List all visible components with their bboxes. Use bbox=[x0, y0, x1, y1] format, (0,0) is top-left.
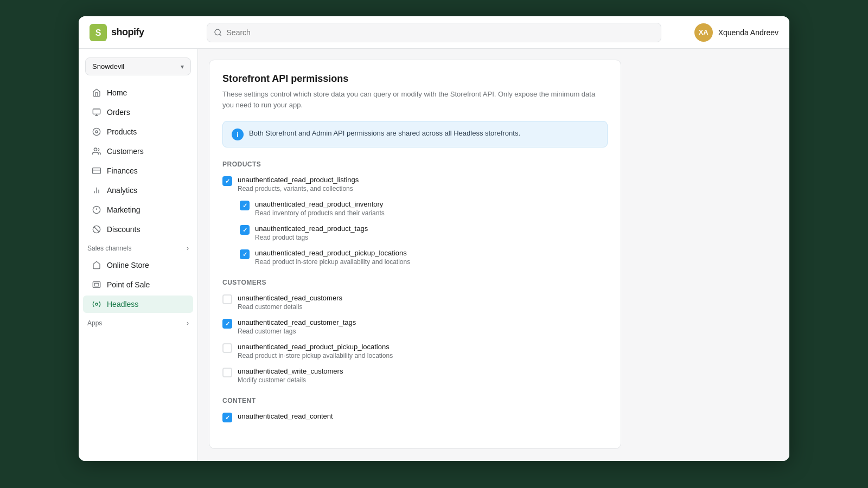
apps-label: Apps bbox=[87, 319, 102, 327]
svg-point-21 bbox=[95, 303, 98, 305]
avatar: XA bbox=[694, 23, 713, 42]
permission-label-read-product-pickup-locations: unauthenticated_read_product_pickup_loca… bbox=[255, 249, 410, 257]
permission-label-read-product-pickup-locations-customers: unauthenticated_read_product_pickup_loca… bbox=[238, 343, 393, 351]
checkbox-read-product-tags[interactable] bbox=[240, 225, 250, 235]
svg-rect-9 bbox=[93, 168, 101, 174]
sidebar-label-finances: Finances bbox=[107, 166, 138, 175]
shopify-logo-icon: S bbox=[90, 24, 107, 41]
sidebar-item-finances[interactable]: Finances bbox=[83, 162, 193, 179]
main-content: Storefront API permissions These setting… bbox=[198, 49, 789, 461]
sidebar-item-discounts[interactable]: Discounts bbox=[83, 221, 193, 238]
store-name: Snowdevil bbox=[92, 62, 124, 70]
sidebar-label-customers: Customers bbox=[107, 147, 144, 156]
analytics-icon bbox=[92, 185, 101, 195]
sidebar-item-customers[interactable]: Customers bbox=[83, 143, 193, 160]
permission-desc-read-customer-tags: Read customer tags bbox=[238, 328, 356, 335]
products-section: PRODUCTS unauthenticated_read_product_li… bbox=[222, 160, 608, 266]
apps-section: Apps › bbox=[79, 315, 197, 329]
sidebar-item-marketing[interactable]: Marketing bbox=[83, 201, 193, 219]
permission-label-read-product-tags: unauthenticated_read_product_tags bbox=[255, 224, 368, 233]
sidebar-item-analytics[interactable]: Analytics bbox=[83, 182, 193, 199]
svg-point-2 bbox=[215, 29, 220, 35]
content-card: Storefront API permissions These setting… bbox=[209, 60, 621, 449]
checkbox-read-product-pickup-locations[interactable] bbox=[240, 249, 250, 259]
permission-text-read-product-listings: unauthenticated_read_product_listings Re… bbox=[238, 176, 359, 192]
checkbox-read-customer-tags[interactable] bbox=[222, 319, 232, 329]
user-area: XA Xquenda Andreev bbox=[670, 23, 778, 42]
permission-text-read-product-pickup-locations: unauthenticated_read_product_pickup_loca… bbox=[255, 249, 410, 266]
products-section-header: PRODUCTS bbox=[222, 160, 608, 168]
page-title: Storefront API permissions bbox=[222, 73, 608, 85]
permission-desc-read-product-inventory: Read inventory of products and their var… bbox=[255, 209, 385, 217]
marketing-icon bbox=[92, 205, 101, 215]
discounts-icon bbox=[92, 224, 101, 234]
info-banner: i Both Storefront and Admin API permissi… bbox=[222, 121, 608, 147]
permission-desc-read-product-tags: Read product tags bbox=[255, 234, 368, 241]
svg-rect-20 bbox=[94, 283, 99, 286]
sidebar-item-headless[interactable]: Headless bbox=[83, 296, 193, 313]
svg-point-7 bbox=[95, 131, 98, 133]
permission-desc-read-product-pickup-locations: Read product in-store pickup availabilit… bbox=[255, 258, 410, 266]
logo-text: shopify bbox=[111, 27, 144, 38]
sidebar-item-online-store[interactable]: Online Store bbox=[83, 256, 193, 274]
sidebar: Snowdevil ▾ Home Orders Product bbox=[79, 49, 198, 461]
sidebar-item-orders[interactable]: Orders bbox=[83, 104, 193, 121]
permission-text-read-product-pickup-locations-customers: unauthenticated_read_product_pickup_loca… bbox=[238, 343, 393, 359]
svg-point-6 bbox=[93, 128, 100, 135]
customers-section-header: CUSTOMERS bbox=[222, 279, 608, 286]
apps-expand-icon[interactable]: › bbox=[187, 319, 189, 327]
checkbox-write-customers[interactable] bbox=[222, 368, 232, 377]
permission-label-read-content: unauthenticated_read_content bbox=[238, 412, 333, 420]
permission-desc-read-customers: Read customer details bbox=[238, 303, 342, 311]
orders-icon bbox=[92, 107, 101, 117]
sidebar-label-home: Home bbox=[107, 88, 127, 97]
permission-label-read-customer-tags: unauthenticated_read_customer_tags bbox=[238, 318, 356, 326]
products-icon bbox=[92, 127, 101, 137]
sales-channels-label: Sales channels bbox=[87, 245, 131, 252]
permission-read-customer-tags: unauthenticated_read_customer_tags Read … bbox=[222, 318, 608, 335]
info-icon: i bbox=[232, 129, 244, 140]
content-section: CONTENT unauthenticated_read_content bbox=[222, 397, 608, 422]
svg-text:S: S bbox=[95, 28, 101, 37]
checkbox-read-customers[interactable] bbox=[222, 294, 232, 304]
svg-rect-19 bbox=[93, 282, 100, 288]
finances-icon bbox=[92, 166, 101, 176]
search-input[interactable] bbox=[227, 28, 654, 37]
permission-desc-read-product-pickup-locations-customers: Read product in-store pickup availabilit… bbox=[238, 352, 393, 359]
info-banner-text: Both Storefront and Admin API permission… bbox=[249, 128, 520, 139]
customers-icon bbox=[92, 146, 101, 156]
logo-area: S shopify bbox=[90, 24, 198, 41]
chevron-down-icon: ▾ bbox=[181, 63, 184, 70]
permission-read-product-tags: unauthenticated_read_product_tags Read p… bbox=[240, 224, 608, 241]
expand-icon[interactable]: › bbox=[187, 245, 189, 252]
svg-point-8 bbox=[94, 148, 97, 151]
checkbox-read-content[interactable] bbox=[222, 413, 232, 422]
permission-read-customers: unauthenticated_read_customers Read cust… bbox=[222, 294, 608, 311]
permission-text-read-product-inventory: unauthenticated_read_product_inventory R… bbox=[255, 200, 385, 217]
sidebar-label-online-store: Online Store bbox=[107, 261, 149, 269]
permission-label-read-product-listings: unauthenticated_read_product_listings bbox=[238, 176, 359, 184]
sidebar-label-discounts: Discounts bbox=[107, 225, 140, 234]
checkbox-read-product-pickup-locations-customers[interactable] bbox=[222, 343, 232, 353]
store-selector[interactable]: Snowdevil ▾ bbox=[85, 57, 191, 75]
body-area: Snowdevil ▾ Home Orders Product bbox=[79, 49, 789, 461]
checkbox-read-product-inventory[interactable] bbox=[240, 201, 250, 210]
headless-icon bbox=[92, 299, 101, 309]
permission-read-product-pickup-locations: unauthenticated_read_product_pickup_loca… bbox=[240, 249, 608, 266]
sidebar-label-analytics: Analytics bbox=[107, 186, 137, 195]
svg-rect-3 bbox=[93, 109, 100, 114]
permission-label-read-product-inventory: unauthenticated_read_product_inventory bbox=[255, 200, 385, 208]
online-store-icon bbox=[92, 260, 101, 270]
sidebar-item-home[interactable]: Home bbox=[83, 84, 193, 101]
search-bar[interactable] bbox=[207, 23, 661, 42]
user-name: Xquenda Andreev bbox=[718, 28, 778, 37]
sidebar-item-point-of-sale[interactable]: Point of Sale bbox=[83, 276, 193, 293]
sidebar-label-marketing: Marketing bbox=[107, 206, 140, 214]
sales-channels-section: Sales channels › bbox=[79, 240, 197, 254]
sidebar-label-point-of-sale: Point of Sale bbox=[107, 280, 150, 289]
checkbox-read-product-listings[interactable] bbox=[222, 176, 232, 186]
sidebar-item-products[interactable]: Products bbox=[83, 123, 193, 140]
customers-section: CUSTOMERS unauthenticated_read_customers… bbox=[222, 279, 608, 384]
permission-desc-write-customers: Modify customer details bbox=[238, 376, 343, 384]
permission-read-product-listings: unauthenticated_read_product_listings Re… bbox=[222, 176, 608, 192]
